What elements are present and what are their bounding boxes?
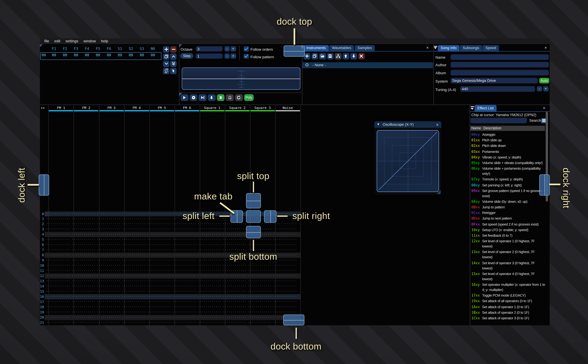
pattern-cell[interactable]: ············· xyxy=(145,216,171,222)
pattern-cell[interactable]: ············· xyxy=(95,227,120,232)
orders-cell[interactable]: 00 xyxy=(126,53,137,58)
pattern-cell[interactable]: ············· xyxy=(95,284,120,289)
pattern-cell[interactable]: ············· xyxy=(246,263,271,268)
pattern-cell[interactable]: ············· xyxy=(70,268,95,273)
pattern-cell[interactable]: ············· xyxy=(95,279,120,284)
pattern-row[interactable]: 0·······································… xyxy=(40,211,300,217)
follow-orders-checkbox[interactable] xyxy=(244,46,249,51)
pattern-cell[interactable]: ············· xyxy=(271,268,296,273)
orders-cell[interactable]: 00 xyxy=(71,53,82,58)
pattern-cell[interactable]: ············· xyxy=(271,273,296,279)
octave-decrement-button[interactable]: - xyxy=(224,46,230,52)
orders-cell[interactable]: 00 xyxy=(114,53,126,58)
repeat-pattern-button[interactable] xyxy=(235,94,243,101)
pattern-cell[interactable]: ············· xyxy=(171,273,196,279)
pattern-cell[interactable]: ············· xyxy=(196,253,221,258)
channel-header-fm-6[interactable]: FM 6 xyxy=(174,105,200,111)
play-button[interactable] xyxy=(181,94,188,101)
pattern-cell[interactable]: ············· xyxy=(95,211,120,217)
menu-item-settings[interactable]: settings xyxy=(66,39,78,43)
pattern-row[interactable]: 16······································… xyxy=(40,294,300,299)
pattern-cell[interactable]: ············· xyxy=(271,242,296,247)
pattern-cell[interactable]: ············· xyxy=(120,253,145,258)
pattern-cell[interactable]: ············· xyxy=(221,284,246,289)
orders-cell[interactable]: 00 xyxy=(103,53,114,58)
pattern-cell[interactable]: ············· xyxy=(196,237,221,242)
tuning-input[interactable]: 440 xyxy=(460,86,535,92)
pattern-cell[interactable]: ············· xyxy=(196,315,221,320)
pattern-cell[interactable]: ············· xyxy=(70,310,95,315)
pattern-cell[interactable]: ············· xyxy=(246,284,271,289)
pattern-cell[interactable]: ············· xyxy=(120,232,145,237)
pattern-cell[interactable]: ············· xyxy=(95,258,120,263)
pattern-cell[interactable]: ············· xyxy=(221,315,246,320)
pattern-cell[interactable]: ············· xyxy=(70,227,95,232)
effect-search-input[interactable] xyxy=(470,118,527,123)
pattern-cell[interactable]: ············· xyxy=(120,315,145,320)
song-info-close-button[interactable]: × xyxy=(544,46,547,50)
pattern-cell[interactable]: ············· xyxy=(45,315,70,320)
pattern-cell[interactable]: ············· xyxy=(70,242,95,247)
channel-header-square-2[interactable]: Square 2 xyxy=(225,105,250,111)
save-instrument-button[interactable] xyxy=(327,53,334,60)
pattern-cell[interactable]: ············· xyxy=(171,310,196,315)
pattern-cell[interactable]: ············· xyxy=(246,242,271,247)
make-tab-target[interactable] xyxy=(246,210,261,223)
pattern-cell[interactable]: ············· xyxy=(196,310,221,315)
instrument-list-item[interactable]: - None - xyxy=(302,62,433,68)
pattern-cell[interactable]: ············· xyxy=(221,227,246,232)
pattern-cell[interactable]: ············· xyxy=(95,305,120,310)
name-input[interactable] xyxy=(451,54,549,60)
pattern-row[interactable]: 13······································… xyxy=(40,279,300,284)
pattern-cell[interactable]: ············· xyxy=(145,305,171,310)
pattern-cell[interactable]: ············· xyxy=(196,242,221,247)
pattern-cell[interactable]: ············· xyxy=(45,216,70,222)
pattern-cell[interactable]: ············· xyxy=(95,263,120,268)
pattern-cell[interactable]: ············· xyxy=(70,216,95,222)
play-row-button[interactable] xyxy=(199,94,206,101)
pattern-cell[interactable]: ············· xyxy=(171,279,196,284)
pattern-cell[interactable]: ············· xyxy=(196,222,221,227)
menu-item-file[interactable]: file xyxy=(44,39,49,43)
pattern-row[interactable]: 10······································… xyxy=(40,263,300,268)
pattern-cell[interactable]: ············· xyxy=(145,258,171,263)
pattern-cell[interactable]: ············· xyxy=(246,273,271,279)
pattern-cell[interactable]: ············· xyxy=(196,279,221,284)
pattern-cell[interactable]: ············· xyxy=(221,289,246,294)
pattern-cell[interactable]: ············· xyxy=(196,247,221,253)
orders-cell[interactable]: 00 xyxy=(81,53,92,58)
pattern-cell[interactable]: ············· xyxy=(221,232,246,237)
pattern-cell[interactable]: ············· xyxy=(171,315,196,320)
pattern-cell[interactable]: ············· xyxy=(120,284,145,289)
pattern-cell[interactable]: ············· xyxy=(171,227,196,232)
pattern-cell[interactable]: ············· xyxy=(145,320,171,325)
pattern-cell[interactable]: ············· xyxy=(70,222,95,227)
pattern-cell[interactable]: ············· xyxy=(120,263,145,268)
pattern-row[interactable]: 2·······································… xyxy=(40,222,300,227)
pattern-cell[interactable]: ············· xyxy=(221,320,246,325)
pattern-cell[interactable]: ············· xyxy=(145,284,171,289)
pattern-cell[interactable]: ············· xyxy=(221,294,246,299)
tab-samples[interactable]: Samples xyxy=(355,45,375,51)
pattern-cell[interactable]: ············· xyxy=(95,242,120,247)
pattern-cell[interactable]: ············· xyxy=(70,237,95,242)
pattern-cell[interactable]: ············· xyxy=(120,211,145,217)
pattern-cell[interactable]: ············· xyxy=(171,284,196,289)
open-instrument-button[interactable] xyxy=(319,53,326,60)
pattern-cell[interactable]: ············· xyxy=(45,294,70,299)
metronome-button[interactable] xyxy=(226,94,234,101)
pattern-cell[interactable]: ············· xyxy=(120,268,145,273)
pattern-cell[interactable]: ············· xyxy=(45,253,70,258)
orders-cell[interactable]: 00 xyxy=(92,53,104,58)
pattern-cell[interactable]: ············· xyxy=(70,247,95,253)
play-pattern-button[interactable] xyxy=(190,94,198,101)
pattern-cell[interactable]: ············· xyxy=(120,227,145,232)
dock-right-target[interactable] xyxy=(539,175,550,195)
pattern-cell[interactable]: ············· xyxy=(171,253,196,258)
move-order-up-button[interactable] xyxy=(170,53,177,60)
pattern-cell[interactable]: ············· xyxy=(196,299,221,305)
pattern-cell[interactable]: ············· xyxy=(95,294,120,299)
pattern-cell[interactable]: ············· xyxy=(271,310,296,315)
pattern-cell[interactable]: ············· xyxy=(70,289,95,294)
pattern-cell[interactable]: ············· xyxy=(171,299,196,305)
